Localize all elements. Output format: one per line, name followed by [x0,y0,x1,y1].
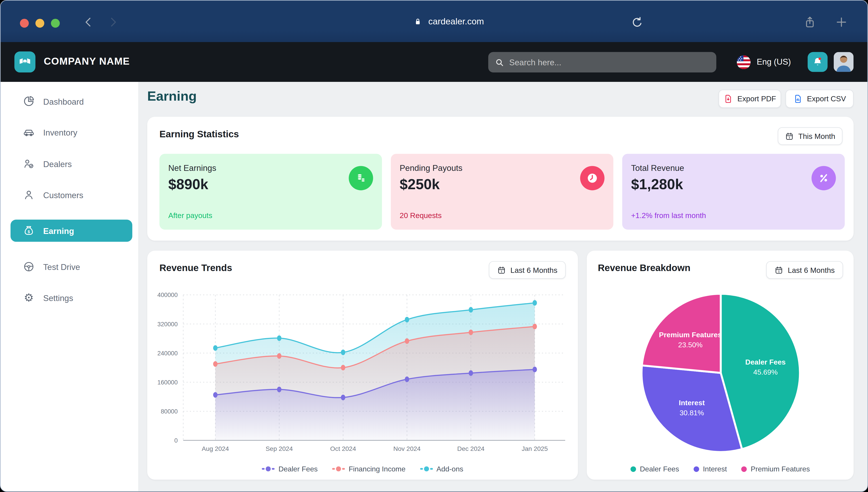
legend-item[interactable]: Dealer Fees [262,465,317,473]
person-icon [23,189,35,201]
sidebar-item-dealers[interactable]: Dealers [10,153,132,175]
url-text: cardealer.com [428,16,484,26]
trends-legend: Dealer FeesFinancing IncomeAdd-ons [147,465,578,473]
browser-window: cardealer.com COMPANY NAME Eng (US) [0,0,868,492]
svg-text:Premium Features: Premium Features [659,331,722,339]
svg-text:160000: 160000 [157,379,178,386]
sidebar-item-earning[interactable]: $ Earning [10,220,132,242]
svg-text:Aug 2024: Aug 2024 [201,445,229,452]
stat-note: After payouts [168,211,212,220]
legend-item[interactable]: Interest [694,465,727,473]
sidebar-item-label: Customers [43,190,83,199]
svg-text:1: 1 [501,270,502,273]
export-csv-button[interactable]: Export CSV [786,90,853,108]
breakdown-period-button[interactable]: 1 Last 6 Months [766,261,843,279]
revenue-breakdown-chart: Dealer Fees45.69%Interest30.81%Premium F… [587,251,853,482]
svg-text:Jan 2025: Jan 2025 [522,445,548,452]
search-bar[interactable] [488,52,716,73]
svg-text:Sep 2024: Sep 2024 [266,445,293,452]
new-tab-icon[interactable] [835,16,848,29]
main-content: Earning Export PDF Export CSV Earning St… [139,82,868,492]
sidebar-item-label: Inventory [43,127,77,137]
notifications-button[interactable] [807,52,827,72]
company-name: COMPANY NAME [44,56,130,68]
pdf-file-icon [724,94,733,103]
language-selector[interactable]: Eng (US) [757,57,791,67]
minimize-window-button[interactable] [35,19,44,28]
svg-text:1: 1 [789,136,790,139]
sidebar-item-test-drive[interactable]: Test Drive [10,255,132,278]
stats-period-label: This Month [798,132,835,140]
search-icon [495,57,504,67]
money-bag-icon: $ [23,224,35,237]
percent-icon [812,166,836,190]
svg-text:0: 0 [174,437,178,444]
browser-toolbar: cardealer.com [0,0,867,42]
user-avatar[interactable] [834,52,854,72]
pie-chart-icon [23,95,35,107]
svg-text:Oct 2024: Oct 2024 [330,445,356,452]
legend-item[interactable]: Financing Income [332,465,406,473]
calendar-icon: 1 [497,266,506,274]
stat-label: Total Revenue [631,163,684,173]
stat-value: $890k [168,176,208,193]
revenue-trends-card: 080000160000240000320000400000Aug 2024Se… [147,251,578,480]
clock-icon [580,166,605,190]
sidebar-item-inventory[interactable]: Inventory [10,121,132,143]
share-icon[interactable] [803,16,816,29]
svg-text:Dealer Fees: Dealer Fees [745,358,786,366]
legend-item[interactable]: Premium Features [741,465,810,473]
revenue-breakdown-card: Dealer Fees45.69%Interest30.81%Premium F… [587,251,853,480]
sidebar-item-settings[interactable]: ⚙ Settings [10,287,132,309]
refresh-icon[interactable] [631,16,644,29]
svg-text:45.69%: 45.69% [753,368,778,376]
stat-label: Net Earnings [168,163,216,173]
stat-value: $250k [400,176,440,193]
coins-icon [348,166,373,190]
dealer-badge-icon [23,158,35,170]
address-bar[interactable]: cardealer.com [413,0,484,42]
svg-text:400000: 400000 [157,291,178,298]
car-icon [23,126,35,138]
revenue-trends-chart: 080000160000240000320000400000Aug 2024Se… [147,251,578,482]
company-logo[interactable] [14,51,35,72]
sidebar: Dashboard Inventory Dealers Customers $ … [0,82,139,492]
earning-statistics-card: Earning Statistics 1 This Month Net Earn… [147,117,854,241]
bell-icon [812,56,824,68]
sidebar-item-customers[interactable]: Customers [10,183,132,206]
trends-period-label: Last 6 Months [510,266,557,274]
csv-file-icon [793,94,802,103]
page-title: Earning [147,89,197,104]
svg-text:Interest: Interest [679,399,705,407]
revenue-breakdown-title: Revenue Breakdown [598,263,691,274]
stat-note: 20 Requests [400,211,442,220]
sidebar-item-label: Settings [43,293,73,302]
calendar-icon: 1 [774,266,783,274]
close-window-button[interactable] [20,19,29,28]
sidebar-item-dashboard[interactable]: Dashboard [10,90,132,112]
svg-text:1: 1 [778,270,780,273]
stat-note: +1.2% from last month [631,211,706,220]
breakdown-legend: Dealer FeesInterestPremium Features [587,465,853,473]
svg-text:Nov 2024: Nov 2024 [393,445,421,452]
trends-period-button[interactable]: 1 Last 6 Months [489,261,566,279]
steering-wheel-icon [23,261,35,273]
svg-text:30.81%: 30.81% [680,409,704,417]
us-flag-icon[interactable] [737,55,751,69]
legend-item[interactable]: Dealer Fees [631,465,679,473]
gear-icon: ⚙ [23,292,35,304]
svg-text:240000: 240000 [157,350,178,357]
svg-text:80000: 80000 [161,408,178,415]
sidebar-item-label: Dashboard [43,97,84,106]
back-icon[interactable] [82,16,95,29]
handshake-icon [18,55,31,69]
zoom-window-button[interactable] [51,19,60,28]
breakdown-period-label: Last 6 Months [788,266,835,274]
stats-period-button[interactable]: 1 This Month [778,127,843,145]
export-pdf-button[interactable]: Export PDF [719,90,781,108]
legend-item[interactable]: Add-ons [420,465,463,473]
sidebar-item-label: Test Drive [43,262,80,271]
calendar-icon: 1 [785,132,794,141]
forward-icon[interactable] [106,16,120,29]
search-input[interactable] [509,57,709,67]
